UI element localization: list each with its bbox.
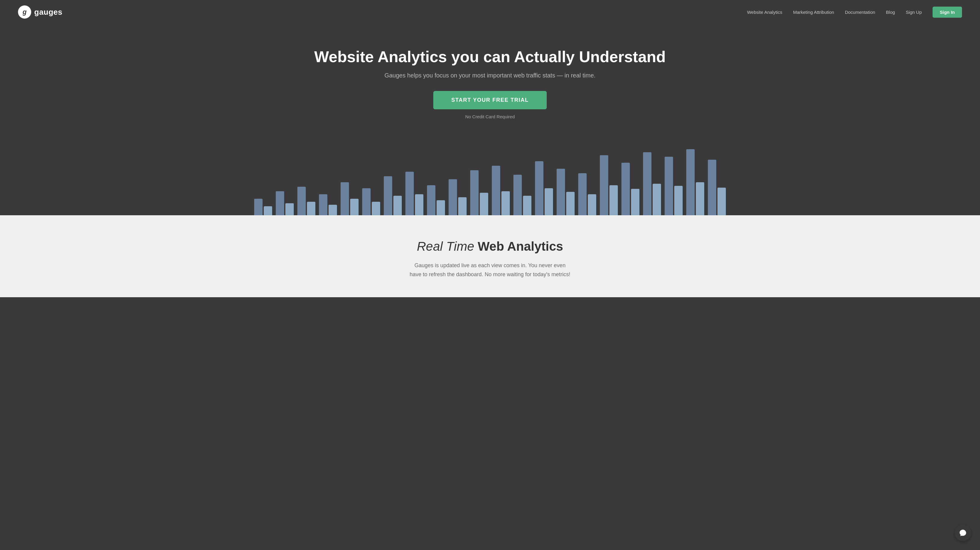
bar-dark — [406, 172, 414, 215]
bar-group — [598, 155, 620, 215]
bar-light — [631, 189, 640, 215]
bar-dark — [600, 155, 608, 215]
bar-dark — [514, 175, 522, 215]
bar-group — [641, 152, 663, 215]
bar-light — [372, 202, 380, 215]
bar-dark — [384, 176, 392, 215]
logo-icon: g — [18, 5, 31, 19]
bar-group — [576, 173, 598, 215]
bar-group — [447, 179, 468, 215]
nav-link-blog[interactable]: Blog — [886, 10, 895, 15]
nav-link-signup[interactable]: Sign Up — [906, 10, 922, 15]
bar-light — [696, 182, 704, 215]
bar-group — [684, 149, 706, 215]
bar-dark — [708, 160, 716, 215]
bar-light — [480, 193, 488, 215]
realtime-section: Real Time Web Analytics Gauges is update… — [0, 215, 980, 297]
bar-group — [296, 187, 317, 215]
bar-dark — [449, 179, 457, 215]
bar-group — [620, 163, 641, 215]
bar-group — [512, 175, 533, 215]
bar-dark — [319, 194, 328, 215]
bar-light — [285, 203, 294, 215]
bar-dark — [254, 199, 262, 215]
bar-dark — [535, 161, 543, 215]
bar-light — [350, 199, 359, 215]
bar-dark — [643, 152, 651, 215]
bar-light — [264, 206, 272, 215]
bar-light — [718, 188, 726, 215]
bar-light — [458, 197, 466, 215]
bar-dark — [557, 169, 565, 215]
nav-links: Website Analytics Marketing Attribution … — [747, 6, 962, 18]
bar-light — [437, 200, 445, 215]
bar-dark — [362, 188, 371, 215]
bar-dark — [298, 187, 306, 215]
section-title-italic: Real Time — [417, 239, 474, 253]
bar-group — [663, 157, 684, 215]
bar-light — [523, 196, 531, 215]
bar-dark — [686, 149, 695, 215]
section-body: Gauges is updated live as each view come… — [403, 261, 577, 279]
bar-light — [652, 184, 661, 215]
bar-group — [555, 169, 576, 215]
bar-dark — [492, 166, 500, 215]
bar-group — [382, 176, 404, 215]
bar-light — [588, 194, 596, 215]
bar-light — [307, 202, 315, 215]
bar-light — [329, 205, 337, 215]
bar-group — [490, 166, 512, 215]
nav-link-documentation[interactable]: Documentation — [845, 10, 875, 15]
bar-group — [274, 191, 296, 215]
bar-group — [468, 170, 490, 215]
signin-button[interactable]: Sign In — [932, 6, 962, 18]
bar-group — [252, 199, 274, 215]
bar-dark — [470, 170, 479, 215]
bar-chart — [6, 137, 974, 215]
bar-group — [339, 182, 360, 215]
bar-group — [404, 172, 425, 215]
bar-group — [533, 161, 555, 215]
bar-light — [609, 185, 618, 215]
bar-light — [545, 188, 553, 215]
hero-title: Website Analytics you can Actually Under… — [6, 48, 974, 66]
bar-dark — [578, 173, 587, 215]
bar-dark — [340, 182, 349, 215]
no-credit-card-label: No Credit Card Required — [6, 114, 974, 119]
hero-subtitle: Gauges helps you focus on your most impo… — [6, 72, 974, 79]
nav-link-marketing-attribution[interactable]: Marketing Attribution — [793, 10, 834, 15]
bar-dark — [621, 163, 630, 215]
bar-light — [566, 192, 574, 215]
navbar: g gauges Website Analytics Marketing Att… — [0, 0, 980, 24]
bar-group — [706, 160, 728, 215]
bar-light — [674, 186, 682, 215]
bar-dark — [427, 185, 435, 215]
cta-button[interactable]: START YOUR FREE TRIAL — [433, 91, 547, 109]
logo-text: gauges — [34, 8, 62, 17]
hero-section: Website Analytics you can Actually Under… — [0, 24, 980, 215]
bar-light — [415, 194, 423, 215]
bar-light — [393, 196, 402, 215]
bar-dark — [665, 157, 673, 215]
section-title-normal: Web Analytics — [474, 239, 563, 253]
bar-light — [501, 191, 510, 215]
nav-link-website-analytics[interactable]: Website Analytics — [747, 10, 782, 15]
section-body-line1: Gauges is updated live as each view come… — [414, 262, 565, 268]
section-body-line2: have to refresh the dashboard. No more w… — [410, 271, 570, 277]
bar-group — [317, 194, 339, 215]
bar-dark — [276, 191, 284, 215]
section-title: Real Time Web Analytics — [6, 239, 974, 253]
bar-group — [360, 188, 382, 215]
logo[interactable]: g gauges — [18, 5, 62, 19]
bar-group — [425, 185, 447, 215]
